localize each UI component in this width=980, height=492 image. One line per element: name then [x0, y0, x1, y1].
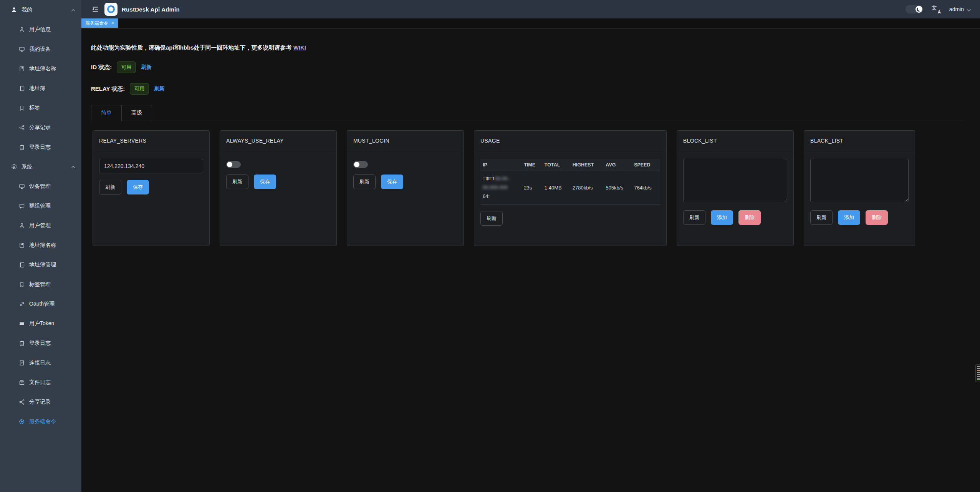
language-icon[interactable]: 文A: [932, 5, 941, 13]
sidebar-item-addressbook[interactable]: 地址簿: [0, 78, 81, 98]
col-speed: SPEED: [632, 159, 660, 171]
sidebar-item-device-mgmt[interactable]: 设备管理: [0, 176, 81, 196]
sidebar-item-oauth-mgmt[interactable]: Oauth管理: [0, 294, 81, 314]
card-block-list: BLOCK_LIST 刷新 添加 删除: [677, 130, 794, 246]
always-use-relay-toggle[interactable]: [226, 161, 241, 168]
card-title: BLOCK_LIST: [677, 131, 793, 151]
sidebar-item-login-logs-admin[interactable]: 登录日志: [0, 333, 81, 353]
tab-advanced[interactable]: 高级: [121, 105, 152, 121]
sidebar-item-share-records[interactable]: 分享记录: [0, 118, 81, 137]
book-icon: [18, 242, 25, 248]
usage-total-cell: 1.40MB: [542, 171, 570, 204]
sidebar-item-login-logs[interactable]: 登录日志: [0, 137, 81, 157]
relay-refresh-link[interactable]: 刷新: [154, 85, 164, 92]
sidebar-item-user-mgmt[interactable]: 用户管理: [0, 216, 81, 235]
refresh-button[interactable]: 刷新: [480, 211, 503, 226]
wiki-link[interactable]: WIKI: [293, 44, 306, 51]
col-highest: HIGHEST: [570, 159, 604, 171]
tab-strip: 服务端命令 ×: [81, 18, 980, 29]
bookmark-icon: [18, 105, 25, 111]
minimap-stripe-green: [977, 379, 980, 380]
notebook-icon: [18, 261, 25, 268]
sidebar-section-mine[interactable]: 我的: [0, 0, 81, 20]
sidebar-item-label: 分享记录: [29, 399, 51, 406]
refresh-button[interactable]: 刷新: [810, 210, 833, 225]
sidebar-item-connection-logs[interactable]: 连接日志: [0, 353, 81, 372]
sidebar-item-server-commands[interactable]: 服务端命令: [0, 412, 81, 431]
save-button[interactable]: 保存: [381, 175, 403, 189]
add-button[interactable]: 添加: [711, 210, 733, 225]
notebook-icon: [18, 85, 25, 91]
relay-servers-input[interactable]: [99, 159, 203, 173]
dark-mode-toggle[interactable]: [906, 5, 923, 13]
sidebar-item-addressbook-names[interactable]: 地址簿名称: [0, 59, 81, 78]
sidebar-item-label: 登录日志: [29, 340, 51, 347]
id-refresh-link[interactable]: 刷新: [141, 64, 151, 71]
sidebar-item-label: 用户信息: [29, 26, 51, 33]
sidebar-item-addressbook-mgmt[interactable]: 地址簿管理: [0, 255, 81, 274]
chevron-down-icon: [967, 7, 971, 11]
monitor-icon: [18, 46, 25, 52]
collapse-chevron-icon[interactable]: [72, 164, 74, 170]
app-title: RustDesk Api Admin: [122, 6, 180, 13]
main-column: RustDesk Api Admin 文A admin 服务端命令 ×: [81, 0, 980, 492]
id-status-label: ID 状态:: [91, 64, 112, 71]
delete-button[interactable]: 删除: [866, 210, 888, 225]
delete-button[interactable]: 删除: [738, 210, 761, 225]
collapse-chevron-icon[interactable]: [72, 7, 74, 13]
refresh-button[interactable]: 刷新: [226, 175, 248, 189]
sidebar-item-tags[interactable]: 标签: [0, 98, 81, 118]
sidebar-item-share-records-admin[interactable]: 分享记录: [0, 392, 81, 412]
card-usage: USAGE IP TIME TOTAL HIGHEST AVG SPEE: [474, 130, 667, 246]
sidebar-item-label: 标签: [29, 105, 40, 111]
moon-icon: [915, 6, 922, 13]
sidebar-item-file-logs[interactable]: 文件日志: [0, 372, 81, 392]
close-icon[interactable]: ×: [111, 21, 114, 25]
card-always-use-relay: ALWAYS_USE_RELAY 刷新 保存: [220, 130, 337, 246]
topbar: RustDesk Api Admin 文A admin: [81, 0, 980, 18]
usage-speed-cell: 764kb/s: [632, 171, 660, 204]
sidebar-item-group-mgmt[interactable]: 群组管理: [0, 196, 81, 216]
tab-simple[interactable]: 简单: [91, 105, 122, 121]
card-black-list: BLACK_LIST 刷新 添加 删除: [804, 130, 915, 246]
sidebar-item-my-devices[interactable]: 我的设备: [0, 39, 81, 59]
usage-time-cell: 23s: [521, 171, 542, 204]
user-menu[interactable]: admin: [949, 6, 970, 12]
card-title: BLACK_LIST: [804, 131, 915, 151]
sidebar-item-user-info[interactable]: 用户信息: [0, 20, 81, 39]
content: 此处功能为实验性质，请确保api和hbbs处于同一回环地址下，更多说明请参考 W…: [81, 29, 980, 246]
sidebar-item-user-token[interactable]: 用户Token: [0, 314, 81, 333]
refresh-button[interactable]: 刷新: [683, 210, 705, 225]
col-time: TIME: [521, 159, 542, 171]
sidebar-item-label: 文件日志: [29, 379, 51, 386]
notice-text: 此处功能为实验性质，请确保api和hbbs处于同一回环地址下，更多说明请参考: [91, 44, 292, 51]
black-list-textarea[interactable]: [810, 159, 909, 202]
sidebar-item-tag-mgmt[interactable]: 标签管理: [0, 274, 81, 294]
sidebar-item-label: 群组管理: [29, 203, 51, 209]
save-button[interactable]: 保存: [254, 175, 276, 189]
block-list-textarea[interactable]: [683, 159, 787, 202]
link-icon: [18, 301, 25, 307]
ticket-icon: [18, 320, 25, 327]
add-button[interactable]: 添加: [838, 210, 860, 225]
chat-icon: [18, 203, 25, 209]
sidebar-item-label: 登录日志: [29, 144, 51, 151]
refresh-button[interactable]: 刷新: [353, 175, 376, 189]
refresh-button[interactable]: 刷新: [99, 180, 121, 194]
sidebar-section-system[interactable]: 系统: [0, 157, 81, 176]
usage-avg-cell: 505kb/s: [603, 171, 632, 204]
sidebar-fold-icon[interactable]: [91, 5, 99, 13]
card-title: MUST_LOGIN: [347, 131, 464, 151]
must-login-toggle[interactable]: [353, 161, 368, 168]
redacted-text: 00.00..: [495, 176, 510, 181]
sidebar-item-label: 设备管理: [29, 183, 51, 190]
sidebar: 我的 用户信息 我的设备 地址簿名称 地址簿: [0, 0, 81, 492]
save-button[interactable]: 保存: [127, 180, 149, 194]
tab-server-commands[interactable]: 服务端命令 ×: [81, 18, 118, 28]
relay-status-row: RELAY 状态: 可用 刷新: [91, 83, 965, 95]
archive-icon: [18, 379, 25, 386]
relay-status-badge: 可用: [130, 83, 149, 95]
sidebar-item-addressbook-names-admin[interactable]: 地址簿名称: [0, 235, 81, 255]
app-root: 我的 用户信息 我的设备 地址簿名称 地址簿: [0, 0, 980, 492]
sidebar-item-label: 地址簿管理: [29, 261, 56, 268]
